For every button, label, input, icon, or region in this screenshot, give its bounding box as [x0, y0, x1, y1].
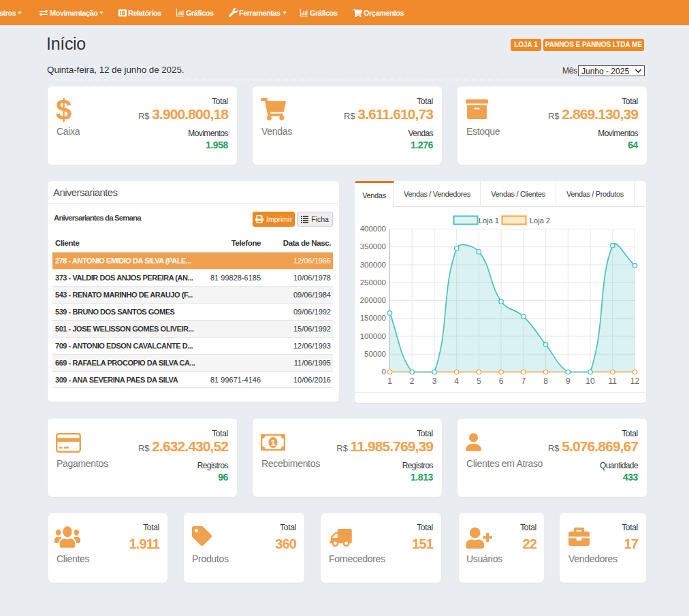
svg-text:400000: 400000 [360, 225, 386, 233]
svg-text:250000: 250000 [360, 278, 386, 287]
svg-text:9: 9 [566, 376, 571, 386]
svg-text:200000: 200000 [360, 296, 386, 304]
svg-text:350000: 350000 [360, 242, 386, 250]
svg-text:8: 8 [543, 376, 548, 386]
svg-text:10: 10 [586, 376, 595, 386]
svg-text:Loja 2: Loja 2 [530, 216, 550, 225]
svg-text:1: 1 [270, 438, 275, 448]
svg-text:300000: 300000 [360, 261, 386, 269]
svg-text:6: 6 [499, 376, 504, 386]
svg-text:2: 2 [410, 376, 415, 386]
svg-text:5: 5 [477, 376, 481, 386]
svg-text:1: 1 [387, 376, 392, 386]
svg-text:150000: 150000 [360, 314, 386, 322]
svg-text:7: 7 [522, 376, 526, 386]
svg-text:3: 3 [432, 376, 437, 386]
svg-text:100000: 100000 [360, 332, 386, 340]
svg-text:50000: 50000 [364, 350, 386, 358]
svg-text:Loja 1: Loja 1 [479, 216, 499, 225]
svg-text:4: 4 [454, 376, 459, 386]
svg-text:12: 12 [630, 376, 640, 386]
svg-text:0: 0 [382, 368, 386, 376]
svg-text:11: 11 [609, 376, 618, 386]
